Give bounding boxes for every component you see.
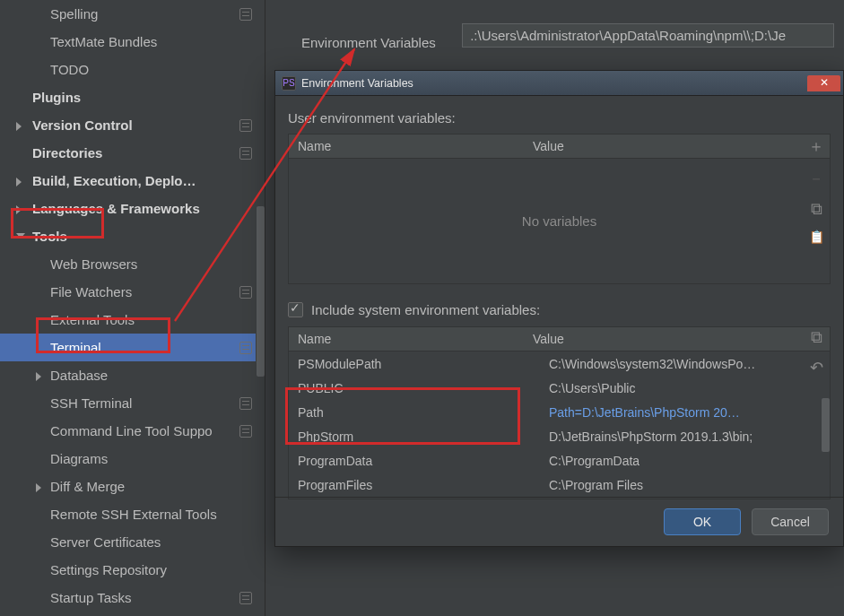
chevron-right-icon[interactable] [16,178,22,187]
user-vars-empty: No variables [522,213,596,229]
col-value: Value [533,139,564,153]
tree-item[interactable]: Languages & Frameworks [0,195,265,222]
cancel-button[interactable]: Cancel [752,508,829,535]
tree-item-label: Startup Tasks [50,590,132,605]
tree-item[interactable]: Settings Repository [0,556,265,584]
settings-content: Environment Variables .:\Users\Administr… [265,0,844,70]
tree-item[interactable]: TextMate Bundles [0,28,265,56]
tree-item[interactable]: Version Control [0,111,265,139]
dialog-titlebar[interactable]: PS Environment Variables ✕ [275,71,843,96]
row-name: PSModulePath [298,357,549,371]
dialog-title: Environment Variables [301,77,413,90]
app-icon: PS [282,76,296,91]
include-system-checkbox[interactable] [288,302,303,317]
dialog-footer: OK Cancel [275,497,843,546]
col-name: Name [298,332,533,346]
copy-button[interactable]: ⧉ [807,328,825,347]
paste-button[interactable]: 📋 [807,230,825,244]
copy-button[interactable]: ⧉ [807,200,825,219]
tree-item-label: SSH Terminal [50,395,132,411]
tree-item-label: TextMate Bundles [50,34,157,49]
tree-item[interactable]: External Tools [0,306,265,334]
tree-item[interactable]: TODO [0,56,265,83]
project-scope-icon [239,397,252,410]
tree-item[interactable]: Directories [0,139,265,167]
tree-item[interactable]: Tools [0,222,265,250]
tree-item-label: Build, Execution, Deployment [32,173,203,188]
tree-item[interactable]: Tasks [0,612,265,616]
remove-button[interactable]: － [807,168,825,189]
tree-item[interactable]: File Watchers [0,278,265,306]
system-vars-header: Name Value [288,326,831,351]
project-scope-icon [239,119,252,132]
tree-item-label: Spelling [50,6,98,22]
row-value: C:\Program Files [549,478,643,492]
project-scope-icon [239,147,252,160]
table-row[interactable]: ProgramDataC:\ProgramData [289,448,830,473]
system-vars-scroll-thumb[interactable] [822,398,830,452]
tree-item[interactable]: Plugins [0,83,265,111]
tree-item-label: Database [50,368,108,383]
tree-item[interactable]: Spelling [0,0,265,28]
chevron-down-icon[interactable] [16,233,25,239]
tree-item[interactable]: Terminal [0,334,265,361]
sidebar-scroll-thumb[interactable] [257,206,265,377]
row-value: C:\Users\Public [549,381,635,395]
tree-item-label: Languages & Frameworks [32,201,200,216]
system-vars-table[interactable]: PSModulePathC:\Windows\system32\WindowsP… [288,351,831,499]
tree-item[interactable]: Build, Execution, Deployment [0,167,265,195]
user-vars-header: Name Value [288,134,831,159]
revert-button[interactable]: ↶ [807,358,825,377]
tree-item-label: Server Certificates [50,534,161,550]
project-scope-icon [239,592,252,604]
dialog-body: User environment variables: Name Value N… [275,96,843,499]
row-value: Path=D:\JetBrains\PhpStorm 20… [549,405,740,420]
col-name: Name [298,139,533,153]
user-vars-table[interactable]: No variables [288,159,831,284]
project-scope-icon [239,8,252,21]
tree-item-label: Directories [32,145,102,161]
row-name: PUBLIC [298,381,549,395]
tree-item[interactable]: Server Certificates [0,528,265,556]
table-row[interactable]: PSModulePathC:\Windows\system32\WindowsP… [289,351,830,376]
project-scope-icon [239,286,252,299]
table-row[interactable]: ProgramFilesC:\Program Files [289,473,830,497]
ok-button[interactable]: OK [664,508,741,535]
table-row[interactable]: PhpStormD:\JetBrains\PhpStorm 2019.1.3\b… [289,424,830,448]
tree-item[interactable]: Web Browsers [0,250,265,278]
row-name: Path [298,405,549,420]
row-value: C:\ProgramData [549,454,640,468]
tree-item[interactable]: Startup Tasks [0,584,265,612]
tree-item-label: Plugins [32,90,81,105]
tree-item-label: Terminal [50,340,101,355]
tree-item[interactable]: Diff & Merge [0,473,265,500]
tree-item[interactable]: Database [0,361,265,389]
chevron-right-icon[interactable] [16,122,22,131]
tree-item[interactable]: Diagrams [0,445,265,473]
chevron-right-icon[interactable] [16,205,22,214]
table-row[interactable]: PathPath=D:\JetBrains\PhpStorm 20… [289,400,830,424]
tree-item[interactable]: Remote SSH External Tools [0,500,265,528]
chevron-right-icon[interactable] [36,483,41,492]
chevron-right-icon[interactable] [36,372,41,381]
add-button[interactable]: ＋ [807,135,825,157]
tree-item-label: Settings Repository [50,562,167,577]
tree-item-label: Diff & Merge [50,479,125,494]
tree-item-label: Remote SSH External Tools [50,507,217,522]
tree-item-label: Tools [32,229,67,244]
sidebar-scrollbar[interactable] [256,0,265,616]
tree-item[interactable]: Command Line Tool Suppo [0,417,265,445]
include-system-label: Include system environment variables: [311,302,540,317]
tree-item[interactable]: SSH Terminal [0,389,265,417]
include-system-row[interactable]: Include system environment variables: [288,302,831,317]
table-row[interactable]: PUBLICC:\Users\Public [289,376,830,400]
env-vars-field-input[interactable]: .:\Users\Administrator\AppData\Roaming\n… [462,23,834,48]
close-icon[interactable]: ✕ [807,75,840,91]
row-name: ProgramFiles [298,478,549,492]
tree-item-label: Version Control [32,117,133,133]
env-vars-field-label: Environment Variables [301,35,458,50]
user-vars-label: User environment variables: [288,110,831,126]
row-name: ProgramData [298,454,549,468]
tree-item-label: Web Browsers [50,256,137,272]
project-scope-icon [239,342,252,354]
